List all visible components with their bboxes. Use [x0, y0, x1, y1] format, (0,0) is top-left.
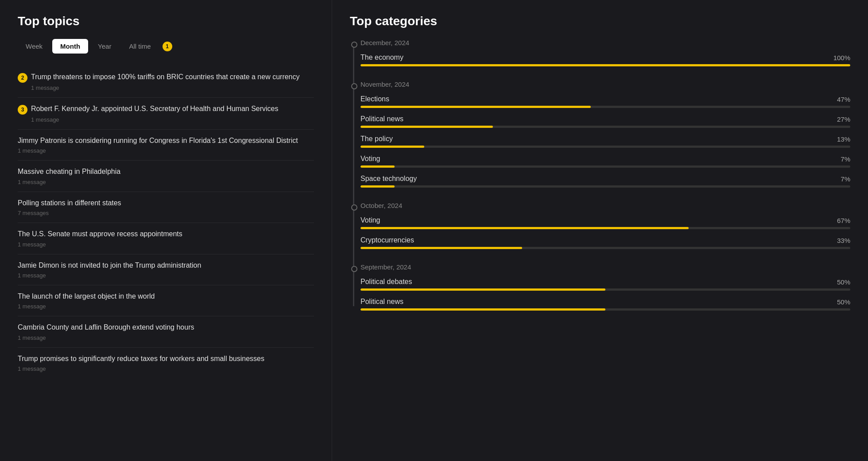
category-pct: 50% [837, 298, 850, 306]
category-header: Political news27% [360, 115, 850, 123]
bar-fill [360, 165, 395, 168]
topic-title: The launch of the largest object in the … [18, 292, 155, 301]
bar-track [360, 227, 850, 229]
month-dot [351, 83, 357, 89]
topic-title: Polling stations in different states [18, 198, 121, 208]
month-dot [351, 266, 357, 272]
category-pct: 67% [837, 217, 850, 224]
left-title: Top topics [18, 14, 314, 28]
topic-number-row: The launch of the largest object in the … [18, 292, 314, 301]
category-item: Cryptocurrencies33% [360, 236, 850, 249]
category-item: Voting67% [360, 216, 850, 229]
topic-title: Cambria County and Laflin Borough extend… [18, 323, 194, 332]
category-header: Space technology7% [360, 175, 850, 183]
category-item: Political news50% [360, 298, 850, 311]
month-label: November, 2024 [360, 81, 850, 88]
month-label: December, 2024 [360, 39, 850, 46]
bar-fill [360, 308, 605, 311]
category-name: Political debates [360, 278, 412, 286]
topic-meta: 1 message [18, 241, 314, 248]
topic-number-row: Cambria County and Laflin Borough extend… [18, 323, 314, 332]
month-section: November, 2024Elections47%Political news… [360, 81, 850, 188]
filter-btn-all-time[interactable]: All time [121, 39, 159, 54]
left-panel: Top topics WeekMonthYearAll time1 2Trump… [0, 0, 332, 461]
month-label: October, 2024 [360, 202, 850, 209]
category-item: The economy100% [360, 54, 850, 66]
topic-number-row: 3Robert F. Kennedy Jr. appointed U.S. Se… [18, 104, 314, 115]
topic-title: Jimmy Patronis is considering running fo… [18, 136, 298, 146]
category-pct: 27% [837, 115, 850, 123]
category-pct: 7% [841, 175, 850, 183]
filter-btn-month[interactable]: Month [52, 39, 88, 54]
bar-fill [360, 247, 522, 249]
topic-meta: 1 message [18, 334, 314, 341]
category-header: Elections47% [360, 95, 850, 103]
bar-fill [360, 288, 605, 291]
category-name: Political news [360, 115, 403, 123]
topic-number-row: Polling stations in different states [18, 198, 314, 208]
category-name: Voting [360, 155, 380, 163]
topic-meta: 1 message [18, 303, 314, 310]
bar-fill [360, 227, 689, 229]
month-section: December, 2024The economy100% [360, 39, 850, 66]
category-name: Political news [360, 298, 403, 306]
topic-number-row: 2Trump threatens to impose 100% tariffs … [18, 72, 314, 83]
bar-track [360, 288, 850, 291]
topic-meta: 7 messages [18, 210, 314, 216]
topic-item: 2Trump threatens to impose 100% tariffs … [18, 66, 314, 98]
bar-fill [360, 146, 424, 148]
topic-item: Trump promises to significantly reduce t… [18, 348, 314, 378]
filter-btn-week[interactable]: Week [18, 39, 50, 54]
topic-number-row: Trump promises to significantly reduce t… [18, 354, 314, 364]
category-name: Elections [360, 95, 389, 103]
topic-number-row: Massive cheating in Philadelphia [18, 167, 314, 177]
topic-item: The U.S. Senate must approve recess appo… [18, 223, 314, 254]
category-header: The economy100% [360, 54, 850, 61]
category-name: The policy [360, 135, 393, 143]
topic-item: Massive cheating in Philadelphia1 messag… [18, 161, 314, 192]
bar-track [360, 64, 850, 66]
timeline: December, 2024The economy100%November, 2… [350, 39, 850, 311]
category-header: Cryptocurrencies33% [360, 236, 850, 244]
category-item: Elections47% [360, 95, 850, 108]
category-name: Voting [360, 216, 380, 224]
category-name: Cryptocurrencies [360, 236, 414, 244]
category-header: Voting67% [360, 216, 850, 224]
category-pct: 33% [837, 237, 850, 244]
right-panel: Top categories December, 2024The economy… [332, 0, 868, 461]
topic-number: 2 [18, 73, 27, 83]
category-item: The policy13% [360, 135, 850, 148]
topic-title: Trump threatens to impose 100% tariffs o… [31, 72, 300, 82]
topic-list: 2Trump threatens to impose 100% tariffs … [18, 66, 314, 378]
month-label: September, 2024 [360, 263, 850, 271]
topic-item: Jimmy Patronis is considering running fo… [18, 130, 314, 161]
bar-track [360, 308, 850, 311]
bar-fill [360, 64, 850, 66]
bar-fill [360, 126, 493, 128]
bar-track [360, 146, 850, 148]
category-name: Space technology [360, 175, 417, 183]
bar-track [360, 247, 850, 249]
right-title: Top categories [350, 14, 850, 28]
topic-title: Massive cheating in Philadelphia [18, 167, 120, 177]
topic-title: The U.S. Senate must approve recess appo… [18, 229, 182, 239]
category-name: The economy [360, 54, 403, 61]
month-dot [351, 42, 357, 48]
category-item: Voting7% [360, 155, 850, 168]
bar-track [360, 106, 850, 108]
category-item: Space technology7% [360, 175, 850, 188]
category-pct: 100% [833, 54, 850, 61]
filter-btn-year[interactable]: Year [90, 39, 119, 54]
time-filters: WeekMonthYearAll time1 [18, 39, 314, 54]
bar-track [360, 126, 850, 128]
topic-meta: 1 message [18, 365, 314, 372]
topic-item: 3Robert F. Kennedy Jr. appointed U.S. Se… [18, 98, 314, 130]
bar-fill [360, 106, 591, 108]
month-section: September, 2024Political debates50%Polit… [360, 263, 850, 311]
topic-number: 3 [18, 105, 27, 115]
category-header: The policy13% [360, 135, 850, 143]
topic-meta: 1 message [18, 179, 314, 185]
topic-number-row: Jimmy Patronis is considering running fo… [18, 136, 314, 146]
category-header: Voting7% [360, 155, 850, 163]
bar-fill [360, 185, 395, 188]
